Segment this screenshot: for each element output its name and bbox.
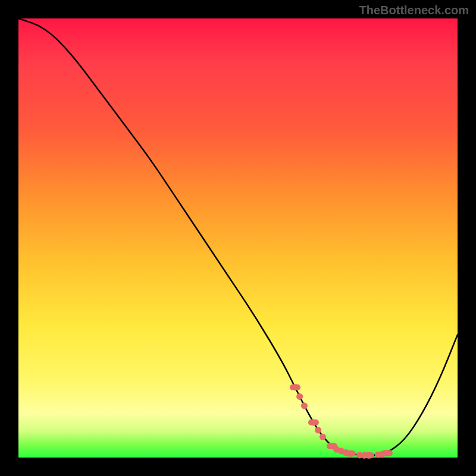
highlight-dot: [320, 434, 326, 440]
highlight-dot: [301, 402, 308, 409]
bottleneck-curve-path: [18, 18, 458, 455]
bottleneck-line-chart: [18, 18, 458, 458]
highlight-dot: [296, 393, 303, 400]
watermark-text: TheBottleneck.com: [359, 4, 469, 17]
highlight-capsule: [308, 419, 319, 425]
chart-gradient-background: [18, 18, 458, 458]
highlight-capsule: [364, 452, 374, 458]
highlight-dot: [315, 427, 321, 433]
highlight-capsule: [290, 384, 300, 390]
highlight-dots: [290, 384, 393, 458]
highlight-capsule: [382, 450, 393, 456]
highlight-capsule: [345, 450, 356, 456]
